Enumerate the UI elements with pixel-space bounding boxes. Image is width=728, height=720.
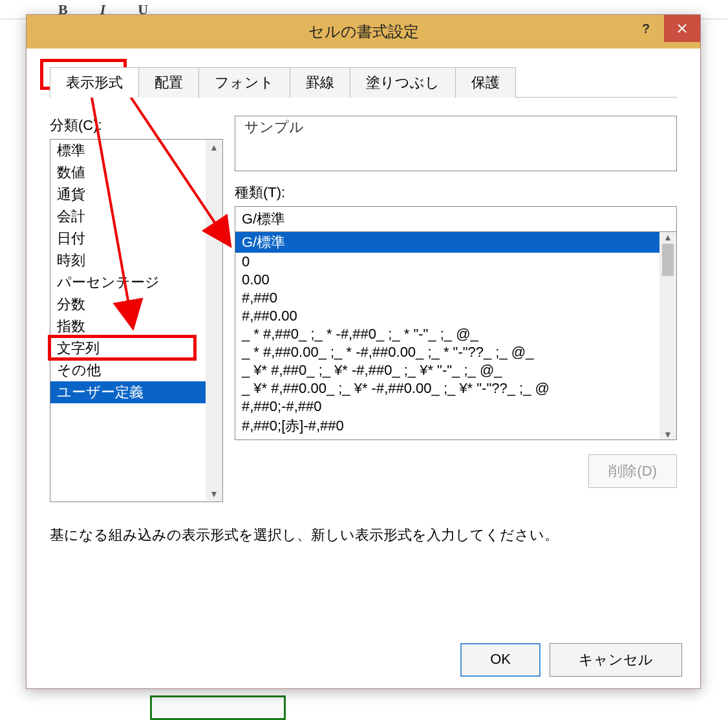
cancel-button[interactable]: キャンセル <box>550 643 682 677</box>
tab-bar: 表示形式 配置 フォント 罫線 塗りつぶし 保護 <box>50 67 677 98</box>
category-item-scientific[interactable]: 指数 <box>50 315 222 337</box>
scroll-down-icon[interactable]: ▼ <box>209 489 219 499</box>
scroll-up-icon[interactable]: ▲ <box>663 232 672 242</box>
type-item[interactable]: 0 <box>235 253 659 271</box>
type-item[interactable]: _ * #,##0.00_ ;_ * -#,##0.00_ ;_ * "-"??… <box>235 343 659 361</box>
type-item[interactable]: _ ¥* #,##0_ ;_ ¥* -#,##0_ ;_ ¥* "-"_ ;_ … <box>235 361 659 379</box>
category-item-number[interactable]: 数値 <box>50 162 222 184</box>
category-item-date[interactable]: 日付 <box>50 228 222 249</box>
category-label: 分類(C): <box>50 116 223 135</box>
scroll-up-icon[interactable]: ▲ <box>209 142 219 153</box>
category-item-accounting[interactable]: 会計 <box>50 206 222 228</box>
type-item[interactable]: G/標準 <box>235 232 659 253</box>
hint-text: 基になる組み込みの表示形式を選択し、新しい表示形式を入力してください。 <box>50 525 677 545</box>
category-item-standard[interactable]: 標準 <box>50 140 222 162</box>
dialog-title: セルの書式設定 <box>308 21 419 42</box>
tab-protection[interactable]: 保護 <box>455 67 516 98</box>
category-scrollbar[interactable]: ▲ ▼ <box>206 140 222 502</box>
category-item-currency[interactable]: 通貨 <box>50 184 222 206</box>
type-listbox[interactable]: G/標準 0 0.00 #,##0 #,##0.00 _ * #,##0_ ;_… <box>235 232 677 440</box>
type-item[interactable]: #,##0.00 <box>235 307 659 325</box>
format-cells-dialog: セルの書式設定 ? 表示形式 配置 フォント 罫線 塗りつぶし 保護 分類(C)… <box>26 14 701 689</box>
active-cell[interactable] <box>150 695 286 720</box>
close-button[interactable] <box>664 15 700 42</box>
type-item[interactable]: _ ¥* #,##0.00_ ;_ ¥* -#,##0.00_ ;_ ¥* "-… <box>235 379 659 397</box>
type-item[interactable]: _ * #,##0_ ;_ * -#,##0_ ;_ * "-"_ ;_ @_ <box>235 325 659 343</box>
category-item-custom[interactable]: ユーザー定義 <box>50 381 222 403</box>
sample-box: サンプル <box>235 116 677 171</box>
titlebar[interactable]: セルの書式設定 ? <box>27 15 700 48</box>
type-item[interactable]: #,##0 <box>235 289 659 307</box>
category-item-time[interactable]: 時刻 <box>50 249 222 271</box>
delete-button: 削除(D) <box>588 454 677 488</box>
tab-border[interactable]: 罫線 <box>290 67 350 98</box>
close-icon <box>676 23 688 34</box>
tab-fill[interactable]: 塗りつぶし <box>350 67 456 98</box>
type-scrollbar[interactable]: ▲ ▼ <box>659 232 676 439</box>
type-label: 種類(T): <box>235 183 677 202</box>
help-button[interactable]: ? <box>628 15 664 42</box>
category-item-fraction[interactable]: 分数 <box>50 293 222 315</box>
category-item-text[interactable]: 文字列 <box>50 337 222 359</box>
scroll-down-icon[interactable]: ▼ <box>663 429 672 439</box>
scrollbar-thumb[interactable] <box>662 244 674 276</box>
tab-number-format[interactable]: 表示形式 <box>50 67 139 98</box>
tab-alignment[interactable]: 配置 <box>138 67 199 98</box>
category-item-percentage[interactable]: パーセンテージ <box>50 271 222 293</box>
sample-label: サンプル <box>244 119 304 135</box>
type-input[interactable] <box>235 206 677 232</box>
type-item[interactable]: #,##0;-#,##0 <box>235 397 659 416</box>
category-listbox[interactable]: 標準 数値 通貨 会計 日付 時刻 パーセンテージ 分数 指数 文字列 その他 … <box>50 139 223 502</box>
type-item[interactable]: #,##0;[赤]-#,##0 <box>235 416 659 436</box>
type-item[interactable]: 0.00 <box>235 271 659 289</box>
category-item-special[interactable]: その他 <box>50 359 222 381</box>
tab-font[interactable]: フォント <box>198 67 290 98</box>
ok-button[interactable]: OK <box>460 643 541 677</box>
